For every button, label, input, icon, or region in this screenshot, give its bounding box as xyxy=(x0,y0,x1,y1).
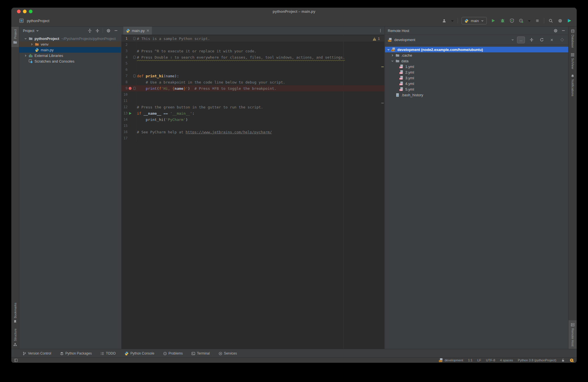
code-text[interactable] xyxy=(136,60,384,67)
tool-window-button-python-console[interactable]: Python Console xyxy=(124,351,154,356)
tool-window-button-terminal[interactable]: Terminal xyxy=(191,351,210,355)
chevron-right-icon[interactable] xyxy=(390,54,395,57)
chevron-down-icon[interactable] xyxy=(451,19,454,22)
readonly-toggle-icon[interactable] xyxy=(561,358,565,362)
debug-button[interactable] xyxy=(500,18,505,24)
project-row-venv[interactable]: venv xyxy=(19,41,121,47)
stripe-item-notifications[interactable]: Notifications xyxy=(568,72,577,99)
profiler-button[interactable] xyxy=(518,18,524,24)
stripe-item-project[interactable]: Project xyxy=(11,27,19,47)
project-row-scratches-and-consoles[interactable]: Scratches and Consoles xyxy=(19,58,121,64)
status-line-ending[interactable]: LF xyxy=(477,358,481,362)
code-text[interactable] xyxy=(136,42,384,48)
line-number[interactable]: 17 xyxy=(121,136,128,140)
close-tab-icon[interactable] xyxy=(147,29,149,32)
chevron-down-icon[interactable] xyxy=(36,29,39,32)
line-number[interactable]: 14 xyxy=(121,118,128,121)
code-text[interactable]: print_hi('PyCharm') xyxy=(136,116,384,123)
update-notification-icon[interactable] xyxy=(570,358,574,362)
line-number[interactable]: 4 xyxy=(121,55,128,59)
hide-panel-button[interactable] xyxy=(114,28,118,33)
remote-row-3-yml[interactable]: YML3.yml xyxy=(385,75,568,81)
stripe-item-remote-host[interactable]: Remote Host xyxy=(568,320,577,349)
line-number[interactable]: 9 xyxy=(121,86,128,90)
project-panel-title[interactable]: Project xyxy=(23,29,34,33)
search-everywhere-button[interactable] xyxy=(548,18,553,24)
code-text[interactable]: # This is a sample Python script. xyxy=(136,35,384,42)
project-row-main-py[interactable]: main.py xyxy=(19,47,121,53)
breakpoint-icon[interactable] xyxy=(128,85,133,91)
line-number[interactable]: 3 xyxy=(121,49,128,53)
fold-marker-icon[interactable] xyxy=(133,85,136,91)
line-number[interactable]: 11 xyxy=(121,99,128,103)
line-number[interactable]: 7 xyxy=(121,74,128,78)
line-number[interactable]: 10 xyxy=(121,93,128,97)
error-stripe-mark[interactable] xyxy=(381,103,384,103)
code-text[interactable] xyxy=(136,91,384,98)
remote-row-bash-history[interactable]: ?.bash_history xyxy=(385,92,568,98)
close-button[interactable] xyxy=(548,37,555,43)
error-stripe-mark[interactable] xyxy=(381,67,384,67)
remote-row-data[interactable]: data xyxy=(385,58,568,64)
code-text[interactable]: # See PyCharm help at https://www.jetbra… xyxy=(136,129,384,135)
remote-row-4-yml[interactable]: YML4.yml xyxy=(385,81,568,86)
ide-logo-icon[interactable] xyxy=(567,18,572,24)
chevron-right-icon[interactable] xyxy=(23,54,28,57)
code-with-me-icon[interactable] xyxy=(441,18,447,24)
tool-window-button-python-packages[interactable]: Python Packages xyxy=(60,351,92,355)
editor-body[interactable]: 1# This is a sample Python script.23# Pr… xyxy=(121,35,384,349)
remote-row-cache[interactable]: .cache xyxy=(385,52,568,58)
project-row-pythonproject[interactable]: pythonProject~/PycharmProjects/pythonPro… xyxy=(19,36,121,41)
line-number[interactable]: 6 xyxy=(121,68,128,72)
line-number[interactable]: 1 xyxy=(121,37,128,40)
remote-options-button[interactable] xyxy=(553,28,558,33)
tool-window-button-version-control[interactable]: Version Control xyxy=(23,351,51,355)
browse-remote-button[interactable]: ... xyxy=(517,37,525,43)
remote-row-2-yml[interactable]: YML2.yml xyxy=(385,69,568,75)
tool-window-layout-icon[interactable] xyxy=(14,358,18,362)
chevron-down-icon[interactable] xyxy=(23,37,28,40)
project-breadcrumb[interactable]: pythonProject xyxy=(27,19,49,23)
code-text[interactable] xyxy=(136,123,384,129)
code-text[interactable]: # Press the green button in the gutter t… xyxy=(136,104,384,110)
status-encoding[interactable]: UTF-8 xyxy=(486,358,495,362)
code-text[interactable]: # Use a breakpoint in the code line belo… xyxy=(136,79,384,85)
fold-marker-icon[interactable] xyxy=(133,73,136,79)
remote-row-5-yml[interactable]: YML5.yml xyxy=(385,86,568,92)
chevron-down-icon[interactable] xyxy=(528,19,531,22)
project-options-button[interactable] xyxy=(106,28,111,33)
line-number[interactable]: 15 xyxy=(121,124,128,128)
tool-window-button-todo[interactable]: TODO xyxy=(100,351,115,355)
line-number[interactable]: 13 xyxy=(121,111,128,115)
stripe-item-bookmarks[interactable]: Bookmarks xyxy=(11,300,19,326)
run-line-icon[interactable] xyxy=(128,110,133,116)
code-text[interactable] xyxy=(136,67,384,73)
run-with-coverage-button[interactable] xyxy=(509,18,515,24)
tab-options-icon[interactable] xyxy=(378,27,382,35)
line-number[interactable]: 8 xyxy=(121,80,128,84)
tool-window-button-services[interactable]: Services xyxy=(219,351,237,355)
collapse-all-button[interactable] xyxy=(528,37,535,43)
code-text[interactable]: # Press Double ⇧ to search everywhere fo… xyxy=(136,54,384,60)
collapse-all-button[interactable] xyxy=(95,28,100,33)
project-row-external-libraries[interactable]: External Libraries xyxy=(19,53,121,58)
status-interpreter[interactable]: Python 3.8 (pythonProject) xyxy=(518,358,556,362)
stripe-item-sciview[interactable]: SciView xyxy=(568,50,577,72)
status-remote-host[interactable]: SFTP development xyxy=(439,358,463,362)
status-indent[interactable]: 4 spaces xyxy=(500,358,513,362)
server-combo[interactable]: SFTP development xyxy=(388,38,514,42)
tab-main-py[interactable]: main.py xyxy=(123,27,152,35)
code-text[interactable]: if __name__ == '__main__': xyxy=(136,110,384,116)
chevron-down-icon[interactable] xyxy=(386,48,391,51)
code-text[interactable] xyxy=(136,135,384,141)
code-text[interactable]: print(f'Hi, {name}') # Press ⌘F8 to togg… xyxy=(136,85,384,91)
stripe-item-database[interactable]: Database xyxy=(568,27,577,50)
chevron-right-icon[interactable] xyxy=(29,43,34,46)
status-caret-position[interactable]: 1:1 xyxy=(468,358,473,362)
fold-marker-icon[interactable] xyxy=(133,35,136,42)
refresh-button[interactable] xyxy=(538,37,545,43)
stripe-item-structure[interactable]: Structure xyxy=(11,326,19,349)
run-button[interactable] xyxy=(490,18,496,24)
line-number[interactable]: 12 xyxy=(121,105,128,109)
inspection-widget[interactable]: 1 xyxy=(372,37,380,41)
